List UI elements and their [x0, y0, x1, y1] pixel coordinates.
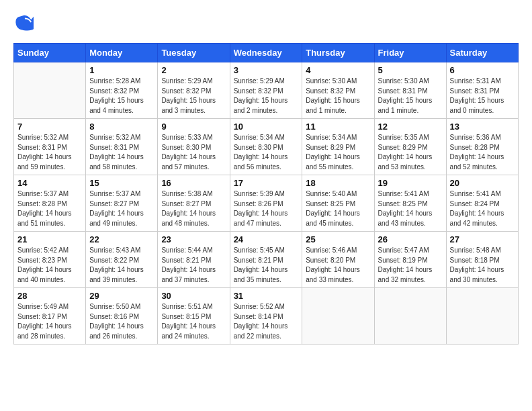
- calendar-cell: 16Sunrise: 5:38 AM Sunset: 8:27 PM Dayli…: [158, 175, 230, 232]
- day-info: Sunrise: 5:41 AM Sunset: 8:25 PM Dayligh…: [378, 189, 443, 228]
- weekday-header-wednesday: Wednesday: [230, 44, 302, 62]
- day-number: 17: [234, 178, 299, 188]
- logo-icon: [15, 13, 34, 32]
- calendar-week-row: 1Sunrise: 5:28 AM Sunset: 8:32 PM Daylig…: [14, 62, 519, 119]
- day-info: Sunrise: 5:34 AM Sunset: 8:30 PM Dayligh…: [234, 133, 299, 172]
- calendar-cell: 20Sunrise: 5:41 AM Sunset: 8:24 PM Dayli…: [446, 175, 518, 232]
- day-number: 7: [17, 122, 82, 132]
- day-info: Sunrise: 5:31 AM Sunset: 8:31 PM Dayligh…: [450, 77, 515, 116]
- calendar-week-row: 21Sunrise: 5:42 AM Sunset: 8:23 PM Dayli…: [14, 232, 519, 288]
- calendar-cell: [14, 62, 86, 119]
- weekday-header-sunday: Sunday: [14, 44, 86, 62]
- day-info: Sunrise: 5:45 AM Sunset: 8:21 PM Dayligh…: [234, 246, 299, 285]
- calendar-cell: 23Sunrise: 5:44 AM Sunset: 8:21 PM Dayli…: [158, 232, 230, 288]
- day-info: Sunrise: 5:32 AM Sunset: 8:31 PM Dayligh…: [17, 133, 82, 172]
- calendar-cell: [302, 288, 374, 345]
- day-number: 25: [306, 234, 370, 244]
- weekday-header-tuesday: Tuesday: [158, 44, 230, 62]
- page-header: [13, 13, 519, 36]
- calendar-cell: 2Sunrise: 5:29 AM Sunset: 8:32 PM Daylig…: [158, 62, 230, 119]
- day-number: 15: [89, 178, 154, 188]
- day-info: Sunrise: 5:40 AM Sunset: 8:25 PM Dayligh…: [306, 189, 370, 228]
- day-info: Sunrise: 5:37 AM Sunset: 8:28 PM Dayligh…: [17, 189, 82, 228]
- day-info: Sunrise: 5:30 AM Sunset: 8:31 PM Dayligh…: [378, 77, 443, 116]
- calendar-cell: 15Sunrise: 5:37 AM Sunset: 8:27 PM Dayli…: [86, 175, 158, 232]
- day-number: 11: [306, 122, 370, 132]
- day-info: Sunrise: 5:47 AM Sunset: 8:19 PM Dayligh…: [378, 246, 443, 285]
- day-number: 16: [161, 178, 226, 188]
- day-number: 3: [234, 65, 299, 75]
- day-number: 23: [161, 234, 226, 244]
- day-number: 8: [89, 122, 154, 132]
- calendar-cell: 31Sunrise: 5:52 AM Sunset: 8:14 PM Dayli…: [230, 288, 302, 345]
- day-info: Sunrise: 5:38 AM Sunset: 8:27 PM Dayligh…: [161, 189, 226, 228]
- day-number: 6: [450, 65, 515, 75]
- day-number: 4: [306, 65, 370, 75]
- day-info: Sunrise: 5:50 AM Sunset: 8:16 PM Dayligh…: [89, 302, 154, 341]
- day-number: 24: [234, 234, 299, 244]
- calendar-table: SundayMondayTuesdayWednesdayThursdayFrid…: [13, 43, 519, 345]
- calendar-cell: 29Sunrise: 5:50 AM Sunset: 8:16 PM Dayli…: [86, 288, 158, 345]
- calendar-cell: [446, 288, 518, 345]
- calendar-cell: 30Sunrise: 5:51 AM Sunset: 8:15 PM Dayli…: [158, 288, 230, 345]
- day-info: Sunrise: 5:42 AM Sunset: 8:23 PM Dayligh…: [17, 246, 82, 285]
- day-number: 12: [378, 122, 443, 132]
- day-number: 30: [161, 291, 226, 301]
- calendar-week-row: 14Sunrise: 5:37 AM Sunset: 8:28 PM Dayli…: [14, 175, 519, 232]
- calendar-cell: 3Sunrise: 5:29 AM Sunset: 8:32 PM Daylig…: [230, 62, 302, 119]
- day-number: 2: [161, 65, 226, 75]
- calendar-cell: 12Sunrise: 5:35 AM Sunset: 8:29 PM Dayli…: [374, 119, 446, 175]
- calendar-cell: 26Sunrise: 5:47 AM Sunset: 8:19 PM Dayli…: [374, 232, 446, 288]
- day-info: Sunrise: 5:36 AM Sunset: 8:28 PM Dayligh…: [450, 133, 515, 172]
- calendar-cell: 22Sunrise: 5:43 AM Sunset: 8:22 PM Dayli…: [86, 232, 158, 288]
- calendar-cell: 24Sunrise: 5:45 AM Sunset: 8:21 PM Dayli…: [230, 232, 302, 288]
- day-number: 21: [17, 234, 82, 244]
- calendar-cell: 4Sunrise: 5:30 AM Sunset: 8:32 PM Daylig…: [302, 62, 374, 119]
- calendar-cell: 6Sunrise: 5:31 AM Sunset: 8:31 PM Daylig…: [446, 62, 518, 119]
- day-info: Sunrise: 5:29 AM Sunset: 8:32 PM Dayligh…: [234, 77, 299, 116]
- day-number: 1: [89, 65, 154, 75]
- day-info: Sunrise: 5:32 AM Sunset: 8:31 PM Dayligh…: [89, 133, 154, 172]
- calendar-cell: [374, 288, 446, 345]
- day-info: Sunrise: 5:48 AM Sunset: 8:18 PM Dayligh…: [450, 246, 515, 285]
- logo: [13, 13, 34, 36]
- calendar-cell: 25Sunrise: 5:46 AM Sunset: 8:20 PM Dayli…: [302, 232, 374, 288]
- day-number: 19: [378, 178, 443, 188]
- day-info: Sunrise: 5:52 AM Sunset: 8:14 PM Dayligh…: [234, 302, 299, 341]
- day-number: 5: [378, 65, 443, 75]
- day-info: Sunrise: 5:49 AM Sunset: 8:17 PM Dayligh…: [17, 302, 82, 341]
- day-info: Sunrise: 5:46 AM Sunset: 8:20 PM Dayligh…: [306, 246, 370, 285]
- day-number: 10: [234, 122, 299, 132]
- calendar-cell: 8Sunrise: 5:32 AM Sunset: 8:31 PM Daylig…: [86, 119, 158, 175]
- day-number: 9: [161, 122, 226, 132]
- day-info: Sunrise: 5:41 AM Sunset: 8:24 PM Dayligh…: [450, 189, 515, 228]
- calendar-cell: 17Sunrise: 5:39 AM Sunset: 8:26 PM Dayli…: [230, 175, 302, 232]
- calendar-cell: 19Sunrise: 5:41 AM Sunset: 8:25 PM Dayli…: [374, 175, 446, 232]
- day-number: 27: [450, 234, 515, 244]
- weekday-header-thursday: Thursday: [302, 44, 374, 62]
- day-info: Sunrise: 5:28 AM Sunset: 8:32 PM Dayligh…: [89, 77, 154, 116]
- day-number: 22: [89, 234, 154, 244]
- day-number: 26: [378, 234, 443, 244]
- weekday-header-row: SundayMondayTuesdayWednesdayThursdayFrid…: [14, 44, 519, 62]
- day-number: 13: [450, 122, 515, 132]
- weekday-header-saturday: Saturday: [446, 44, 518, 62]
- calendar-cell: 13Sunrise: 5:36 AM Sunset: 8:28 PM Dayli…: [446, 119, 518, 175]
- day-info: Sunrise: 5:44 AM Sunset: 8:21 PM Dayligh…: [161, 246, 226, 285]
- day-info: Sunrise: 5:34 AM Sunset: 8:29 PM Dayligh…: [306, 133, 370, 172]
- calendar-cell: 28Sunrise: 5:49 AM Sunset: 8:17 PM Dayli…: [14, 288, 86, 345]
- day-info: Sunrise: 5:51 AM Sunset: 8:15 PM Dayligh…: [161, 302, 226, 341]
- calendar-week-row: 7Sunrise: 5:32 AM Sunset: 8:31 PM Daylig…: [14, 119, 519, 175]
- calendar-cell: 27Sunrise: 5:48 AM Sunset: 8:18 PM Dayli…: [446, 232, 518, 288]
- calendar-cell: 14Sunrise: 5:37 AM Sunset: 8:28 PM Dayli…: [14, 175, 86, 232]
- day-info: Sunrise: 5:33 AM Sunset: 8:30 PM Dayligh…: [161, 133, 226, 172]
- day-info: Sunrise: 5:43 AM Sunset: 8:22 PM Dayligh…: [89, 246, 154, 285]
- weekday-header-friday: Friday: [374, 44, 446, 62]
- day-number: 20: [450, 178, 515, 188]
- calendar-cell: 10Sunrise: 5:34 AM Sunset: 8:30 PM Dayli…: [230, 119, 302, 175]
- calendar-cell: 7Sunrise: 5:32 AM Sunset: 8:31 PM Daylig…: [14, 119, 86, 175]
- calendar-cell: 21Sunrise: 5:42 AM Sunset: 8:23 PM Dayli…: [14, 232, 86, 288]
- day-info: Sunrise: 5:39 AM Sunset: 8:26 PM Dayligh…: [234, 189, 299, 228]
- calendar-week-row: 28Sunrise: 5:49 AM Sunset: 8:17 PM Dayli…: [14, 288, 519, 345]
- day-number: 28: [17, 291, 82, 301]
